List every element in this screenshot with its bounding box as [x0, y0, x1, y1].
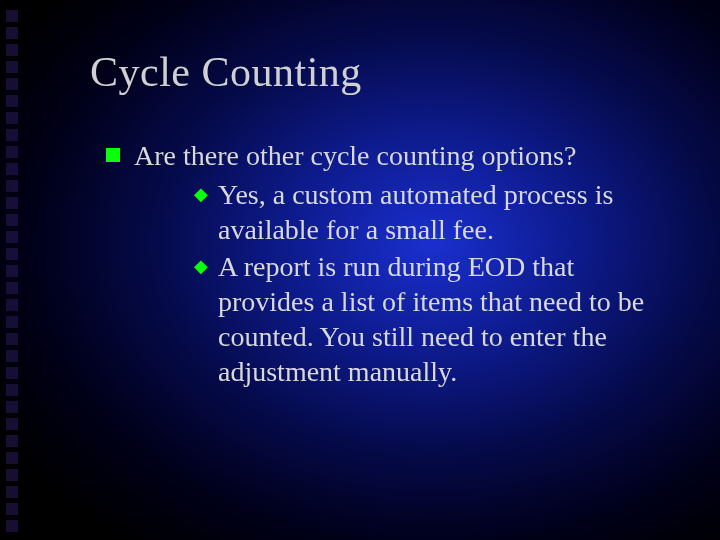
list-item-text: Are there other cycle counting options? — [134, 138, 660, 173]
diamond-bullet-icon: ◆ — [194, 185, 208, 203]
sublist: ◆ Yes, a custom automated process is ava… — [134, 177, 660, 389]
square-bullet-icon — [106, 148, 120, 162]
list-item-level2: ◆ Yes, a custom automated process is ava… — [194, 177, 660, 247]
slide-content: Cycle Counting Are there other cycle cou… — [0, 0, 720, 540]
list-item-text: Yes, a custom automated process is avail… — [218, 177, 660, 247]
list-item-text: A report is run during EOD that provides… — [218, 249, 660, 389]
list-item-level2: ◆ A report is run during EOD that provid… — [194, 249, 660, 389]
list-item-level1: Are there other cycle counting options? … — [106, 138, 660, 389]
slide-title: Cycle Counting — [90, 48, 660, 96]
diamond-bullet-icon: ◆ — [194, 257, 208, 275]
